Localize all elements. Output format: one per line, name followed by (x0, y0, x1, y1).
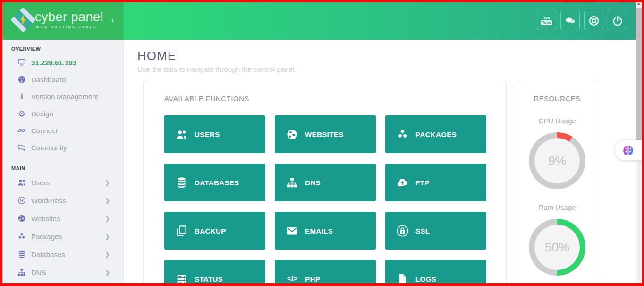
sidebar-item-label: Connect (31, 127, 58, 135)
sidebar-section-main: MAIN Users ❯ W WordPress ❯ Websites ❯ (0, 159, 123, 281)
file-icon (396, 273, 409, 286)
chevron-right-icon: ❯ (105, 215, 110, 222)
display-icon (16, 57, 27, 68)
gear-icon: ⚙ (16, 108, 27, 119)
sitemap-icon (286, 176, 298, 189)
brand-name: cyber panel (35, 10, 103, 24)
packages-icon (16, 231, 27, 242)
packages-function-button[interactable]: PACKAGES (385, 115, 486, 153)
server-icon (175, 273, 188, 286)
resources-card: RESOURCES CPU Usage 9% Ram Usage 50% Dis… (517, 81, 597, 286)
php-function-button[interactable]: </> PHP (275, 260, 376, 286)
scrollbar-up-button[interactable] (636, 0, 642, 7)
link-icon (16, 125, 27, 136)
chat-button[interactable] (560, 11, 580, 30)
page-title: HOME (137, 49, 296, 63)
section-label-main: MAIN (0, 159, 123, 173)
cpu-usage-label: CPU Usage (517, 117, 597, 125)
chevron-right-icon: ❯ (105, 233, 110, 240)
sidebar-item-dashboard[interactable]: Dashboard (0, 71, 123, 88)
dashboard-icon (16, 74, 27, 85)
sidebar-item-packages[interactable]: Packages ❯ (0, 227, 123, 245)
chevron-right-icon: ❯ (105, 251, 110, 258)
lock-icon (396, 225, 409, 237)
status-function-button[interactable]: STATUS (164, 260, 265, 286)
brand-subtitle: WEB HOSTING PANEL (36, 26, 103, 29)
available-functions-title: AVAILABLE FUNCTIONS (164, 95, 485, 103)
brand-logo[interactable]: cyber panel WEB HOSTING PANEL (0, 0, 124, 40)
users-function-button[interactable]: USERS (164, 115, 265, 153)
users-icon (175, 128, 188, 141)
chevron-right-icon: ❯ (105, 197, 110, 204)
sidebar-collapse-button[interactable]: ‹ (108, 14, 118, 26)
code-icon: </> (286, 273, 298, 286)
top-header-bar: cyber panel WEB HOSTING PANEL ‹ You Tube (0, 0, 636, 40)
info-icon: i (16, 91, 27, 102)
sidebar-item-server-ip[interactable]: 31.220.61.193 (0, 54, 123, 71)
sidebar-item-label: Websites (31, 215, 60, 223)
sidebar-item-websites[interactable]: Websites ❯ (0, 209, 123, 227)
chevron-right-icon: ❯ (105, 179, 110, 186)
sidebar-item-label: Dashboard (31, 76, 66, 84)
cloud-upload-icon (396, 176, 409, 189)
sidebar-item-label: Packages (31, 233, 62, 241)
sidebar-item-design[interactable]: ⚙ Design (0, 105, 123, 122)
ram-usage-value: 50% (545, 240, 569, 255)
life-ring-icon (588, 15, 600, 26)
sidebar: OVERVIEW 31.220.61.193 Dashboard i Versi… (0, 40, 124, 286)
sidebar-item-databases[interactable]: Databases ❯ (0, 245, 123, 263)
section-label-overview: OVERVIEW (0, 40, 123, 54)
sidebar-item-wordpress[interactable]: W WordPress ❯ (0, 191, 123, 209)
sitemap-icon (16, 267, 27, 277)
ftp-function-button[interactable]: FTP (385, 164, 486, 201)
sidebar-item-connect[interactable]: Connect (0, 122, 123, 139)
envelope-icon (286, 225, 298, 237)
wordpress-icon: W (16, 195, 27, 206)
assistant-overlay-button[interactable] (615, 140, 642, 160)
lightning-bolt-icon (18, 13, 28, 26)
websites-function-button[interactable]: WEBSITES (275, 115, 376, 153)
community-icon (16, 142, 27, 153)
sidebar-item-dns[interactable]: DNS ❯ (0, 263, 123, 281)
database-icon (16, 249, 27, 260)
sidebar-item-community[interactable]: Community (0, 139, 123, 156)
scrollbar-thumb[interactable] (636, 8, 642, 141)
users-icon (16, 177, 27, 188)
ram-usage-gauge: 50% (529, 219, 585, 276)
sidebar-section-overview: OVERVIEW 31.220.61.193 Dashboard i Versi… (0, 40, 123, 156)
backup-function-button[interactable]: BACKUP (164, 212, 265, 250)
available-functions-card: AVAILABLE FUNCTIONS USERS WEBSITES PACKA… (143, 81, 507, 286)
logout-button[interactable] (608, 11, 627, 30)
function-buttons-grid: USERS WEBSITES PACKAGES DATABASES (164, 115, 485, 286)
dns-function-button[interactable]: DNS (275, 164, 376, 201)
sidebar-item-label: 31.220.61.193 (31, 59, 76, 67)
support-button[interactable] (584, 11, 603, 30)
svg-text:W: W (20, 199, 24, 203)
sidebar-item-label: Community (31, 144, 67, 152)
main-content: HOME Use the tabs to navigate through th… (124, 40, 636, 286)
globe-icon (16, 213, 27, 224)
emails-function-button[interactable]: EMAILS (275, 212, 376, 250)
databases-function-button[interactable]: DATABASES (164, 164, 265, 201)
header-actions: You Tube (537, 11, 627, 30)
ssl-function-button[interactable]: SSL (385, 212, 486, 250)
youtube-icon: You Tube (541, 16, 552, 25)
youtube-button[interactable]: You Tube (537, 11, 556, 30)
resources-title: RESOURCES (517, 95, 597, 103)
logs-function-button[interactable]: LOGS (385, 260, 486, 286)
sidebar-item-label: Users (31, 179, 50, 187)
packages-icon (396, 128, 409, 141)
sidebar-item-label: Databases (31, 251, 65, 259)
copy-icon (175, 225, 188, 237)
sidebar-item-label: Design (31, 110, 53, 118)
sidebar-item-users[interactable]: Users ❯ (0, 173, 123, 191)
page-subtitle: Use the tabs to navigate through the con… (137, 65, 296, 73)
sidebar-item-label: WordPress (31, 197, 66, 205)
chat-icon (565, 15, 576, 26)
sidebar-item-label: DNS (31, 269, 46, 277)
brand-text: cyber panel WEB HOSTING PANEL (35, 10, 103, 29)
database-icon (175, 176, 188, 189)
globe-icon (286, 128, 298, 141)
sidebar-item-version-management[interactable]: i Version Management (0, 88, 123, 105)
ram-usage-label: Ram Usage (517, 203, 597, 211)
